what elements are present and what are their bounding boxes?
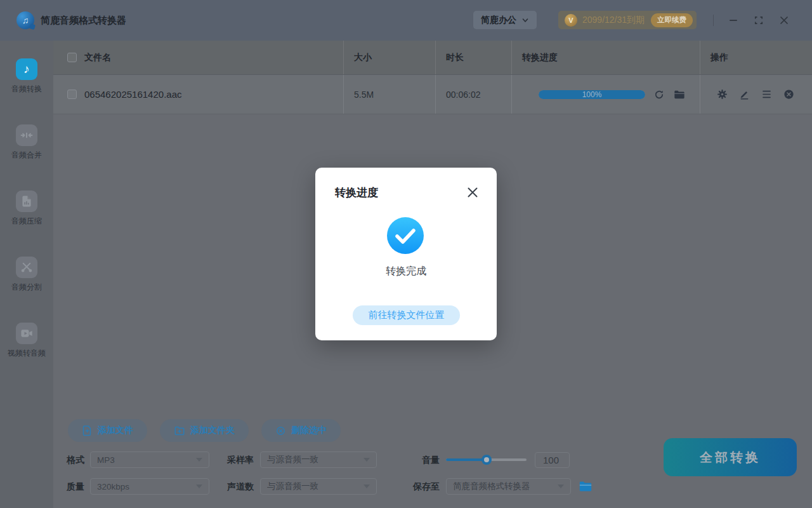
column-header-duration: 时长 bbox=[446, 52, 464, 64]
save-to-select[interactable]: 简鹿音频格式转换器 bbox=[446, 478, 571, 495]
app-title: 简鹿音频格式转换器 bbox=[41, 0, 126, 41]
format-label: 格式 bbox=[67, 451, 84, 468]
title-bar: ♫ 简鹿音频格式转换器 简鹿办公 V 2099/12/31到期 立即续费 bbox=[0, 0, 812, 41]
quality-select[interactable]: 320kbps bbox=[90, 478, 209, 495]
save-to-label: 保存至 bbox=[413, 478, 440, 495]
quality-label: 质量 bbox=[67, 478, 84, 495]
license-status: V 2099/12/31到期 立即续费 bbox=[558, 11, 697, 29]
dialog-close-button[interactable] bbox=[467, 187, 478, 198]
sample-rate-label: 采样率 bbox=[227, 451, 254, 468]
delete-selected-button[interactable]: 删除选中 bbox=[261, 419, 341, 442]
file-actions-toolbar: 添加文件 添加文件夹 删除选中 bbox=[68, 419, 341, 442]
select-checkbox[interactable] bbox=[67, 90, 77, 99]
license-expiry: 2099/12/31到期 bbox=[582, 15, 646, 26]
scissors-icon bbox=[16, 257, 37, 278]
maximize-icon bbox=[754, 15, 764, 25]
table-header-row: 文件名 大小 时长 转换进度 操作 bbox=[53, 41, 812, 75]
progress-bar: 100% bbox=[539, 90, 645, 99]
success-check-icon bbox=[387, 217, 424, 254]
compressed-file-icon bbox=[16, 190, 37, 212]
maximize-button[interactable] bbox=[754, 15, 764, 25]
music-note-icon: ♪ bbox=[16, 58, 37, 80]
add-file-label: 添加文件 bbox=[98, 425, 133, 436]
file-plus-icon bbox=[82, 425, 93, 436]
quality-value: 320kbps bbox=[97, 482, 129, 491]
edit-pencil-icon[interactable] bbox=[738, 88, 751, 101]
sample-rate-select[interactable]: 与源音频一致 bbox=[260, 451, 377, 468]
slider-fill bbox=[446, 458, 487, 461]
topbar-divider bbox=[713, 15, 714, 26]
remove-file-icon[interactable] bbox=[783, 88, 796, 101]
minimize-button[interactable] bbox=[728, 15, 738, 25]
video-camera-icon bbox=[16, 323, 37, 344]
merge-arrows-icon bbox=[16, 124, 37, 146]
sidebar-item-label: 音频压缩 bbox=[11, 216, 42, 227]
save-to-value: 简鹿音频格式转换器 bbox=[453, 481, 530, 492]
vip-badge-icon: V bbox=[565, 14, 577, 27]
sidebar-item-audio-merge[interactable]: 音频合并 bbox=[0, 124, 53, 161]
volume-slider[interactable] bbox=[446, 451, 527, 468]
close-window-button[interactable] bbox=[779, 15, 789, 25]
close-icon bbox=[779, 15, 789, 25]
column-header-filename: 文件名 bbox=[84, 52, 111, 64]
sidebar-item-audio-split[interactable]: 音频分割 bbox=[0, 257, 53, 293]
format-select[interactable]: MP3 bbox=[90, 451, 209, 468]
sidebar-item-label: 视频转音频 bbox=[8, 348, 46, 359]
sidebar-item-audio-convert[interactable]: ♪ 音频转换 bbox=[0, 58, 53, 95]
sidebar-item-label: 音频分割 bbox=[11, 282, 42, 293]
go-to-converted-files-button[interactable]: 前往转换文件位置 bbox=[353, 305, 460, 325]
volume-input[interactable] bbox=[535, 452, 570, 468]
table-row: 065462025161420.aac 5.5M 00:06:02 100% bbox=[53, 75, 812, 114]
caret-down-icon bbox=[363, 458, 370, 462]
delete-selected-label: 删除选中 bbox=[291, 425, 327, 436]
conversion-progress-dialog: 转换进度 转换完成 前往转换文件位置 bbox=[315, 168, 497, 340]
conversion-status-text: 转换完成 bbox=[315, 265, 497, 278]
details-menu-icon[interactable] bbox=[761, 88, 773, 101]
volume-label: 音量 bbox=[422, 451, 440, 468]
minimize-icon bbox=[728, 15, 738, 25]
select-all-checkbox[interactable] bbox=[67, 53, 77, 62]
delete-circle-icon bbox=[275, 425, 286, 436]
column-header-progress: 转换进度 bbox=[522, 52, 558, 64]
slider-handle[interactable] bbox=[481, 455, 492, 465]
settings-gear-icon[interactable] bbox=[716, 88, 729, 101]
column-header-size: 大小 bbox=[354, 52, 372, 64]
caret-down-icon bbox=[363, 485, 370, 488]
channels-label: 声道数 bbox=[227, 478, 254, 495]
folder-icon bbox=[578, 479, 593, 494]
sidebar: ♪ 音频转换 音频合并 bbox=[0, 41, 53, 508]
channels-value: 与源音频一致 bbox=[267, 481, 318, 492]
workspace-dropdown-label: 简鹿办公 bbox=[481, 15, 516, 26]
progress-percent: 100% bbox=[539, 90, 645, 99]
sidebar-item-video-to-audio[interactable]: 视频转音频 bbox=[0, 323, 53, 359]
sample-rate-value: 与源音频一致 bbox=[267, 454, 318, 465]
file-table: 文件名 大小 时长 转换进度 操作 065462025161420.aac 5.… bbox=[53, 41, 812, 114]
add-folder-label: 添加文件夹 bbox=[190, 425, 235, 436]
caret-down-icon bbox=[196, 485, 202, 488]
file-size: 5.5M bbox=[354, 90, 374, 100]
format-value: MP3 bbox=[97, 455, 115, 465]
caret-down-icon bbox=[196, 458, 202, 462]
close-icon bbox=[467, 187, 478, 198]
caret-down-icon bbox=[558, 485, 564, 488]
dialog-title: 转换进度 bbox=[335, 185, 378, 200]
app-logo-music-icon: ♫ bbox=[16, 11, 34, 29]
add-file-button[interactable]: 添加文件 bbox=[68, 419, 147, 442]
sidebar-item-audio-compress[interactable]: 音频压缩 bbox=[0, 190, 53, 227]
workspace-dropdown[interactable]: 简鹿办公 bbox=[473, 11, 537, 29]
convert-all-button[interactable]: 全部转换 bbox=[664, 438, 797, 476]
sidebar-item-label: 音频转换 bbox=[11, 84, 42, 95]
channels-select[interactable]: 与源音频一致 bbox=[260, 478, 377, 495]
browse-folder-button[interactable] bbox=[577, 479, 594, 495]
chevron-down-icon bbox=[521, 17, 529, 24]
renew-button[interactable]: 立即续费 bbox=[651, 13, 693, 27]
folder-plus-icon bbox=[174, 425, 185, 436]
file-name: 065462025161420.aac bbox=[84, 89, 182, 100]
reconvert-icon[interactable] bbox=[653, 88, 665, 101]
sidebar-item-label: 音频合并 bbox=[11, 150, 42, 161]
column-header-operations: 操作 bbox=[710, 52, 728, 64]
add-folder-button[interactable]: 添加文件夹 bbox=[160, 419, 249, 442]
app-window: ♫ 简鹿音频格式转换器 简鹿办公 V 2099/12/31到期 立即续费 bbox=[0, 0, 812, 508]
file-duration: 00:06:02 bbox=[446, 90, 481, 100]
open-folder-icon[interactable] bbox=[673, 88, 686, 101]
